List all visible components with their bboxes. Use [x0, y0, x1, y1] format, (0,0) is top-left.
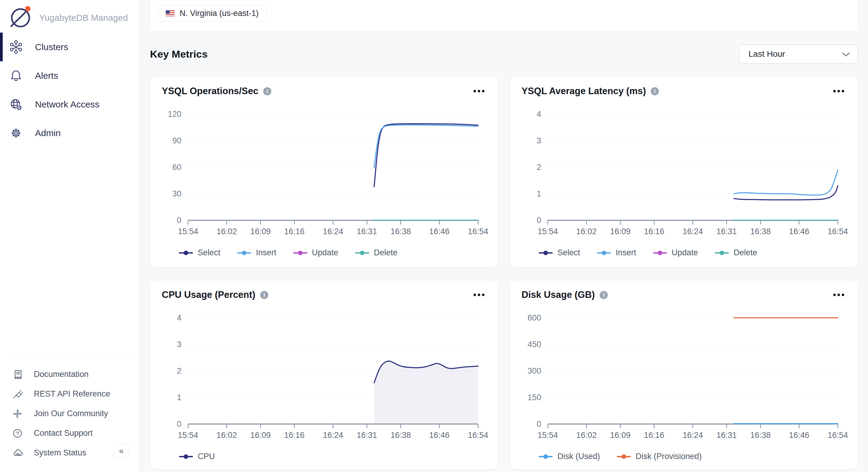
info-icon[interactable]: i	[600, 291, 608, 299]
sidebar-item-network-access[interactable]: Network Access	[0, 90, 138, 119]
card-menu-button[interactable]	[832, 291, 846, 299]
svg-text:16:16: 16:16	[644, 431, 664, 440]
region-chip-label: N. Virginia (us-east-1)	[180, 9, 259, 18]
legend-label: Disk (Used)	[557, 452, 600, 461]
time-range-value: Last Hour	[748, 49, 785, 59]
legend-marker-icon	[237, 250, 251, 256]
card-menu-button[interactable]	[832, 87, 846, 95]
help-circle-icon: ?	[12, 428, 23, 439]
svg-text:16:02: 16:02	[216, 431, 237, 440]
card-menu-button[interactable]	[473, 291, 487, 299]
svg-text:16:54: 16:54	[828, 431, 848, 440]
svg-text:600: 600	[528, 313, 541, 322]
legend-marker-icon	[715, 250, 729, 256]
region-panel: N. Virginia (us-east-1)	[150, 0, 858, 32]
sidebar-link-rest-api-reference[interactable]: REST API Reference	[0, 384, 138, 404]
svg-text:0: 0	[537, 216, 541, 225]
legend-item-select[interactable]: Select	[179, 248, 220, 257]
legend-item-disk-used-[interactable]: Disk (Used)	[539, 452, 600, 461]
svg-text:15:54: 15:54	[178, 227, 198, 236]
sidebar-spacer	[0, 147, 138, 354]
sidebar-item-label: Network Access	[35, 99, 99, 109]
chart-canvas[interactable]: 030609012015:5416:0216:0916:1616:2416:31…	[150, 101, 498, 246]
svg-text:16:16: 16:16	[644, 227, 664, 236]
legend-item-insert[interactable]: Insert	[597, 248, 636, 257]
card-title: YSQL Average Latency (ms)	[522, 86, 646, 97]
svg-text:2: 2	[537, 163, 541, 172]
sidebar-collapse-button[interactable]: «	[114, 444, 129, 458]
svg-text:16:24: 16:24	[323, 227, 343, 236]
svg-text:16:38: 16:38	[391, 227, 411, 236]
chart-legend: SelectInsertUpdateDelete	[539, 248, 858, 257]
slack-icon	[12, 408, 23, 419]
sidebar-link-contact-support[interactable]: ? Contact Support	[0, 423, 138, 443]
svg-text:16:09: 16:09	[250, 227, 271, 236]
main-content: N. Virginia (us-east-1) Key Metrics Last…	[139, 0, 868, 472]
legend-marker-icon	[293, 250, 307, 256]
legend-label: Insert	[256, 248, 276, 257]
time-range-select[interactable]: Last Hour	[739, 45, 858, 63]
card-title: YSQL Operations/Sec	[162, 86, 258, 97]
legend-label: Update	[312, 248, 338, 257]
card-ysql-latency: YSQL Average Latency (ms) i 0123415:5416…	[510, 76, 858, 268]
yugabytedb-logo-icon	[8, 5, 33, 30]
sidebar-item-label: Alerts	[35, 71, 58, 81]
legend-item-disk-provisioned-[interactable]: Disk (Provisioned)	[617, 452, 702, 461]
sidebar-link-join-our-community[interactable]: Join Our Community	[0, 404, 138, 423]
legend-marker-icon	[617, 454, 631, 459]
chart-legend: Disk (Used)Disk (Provisioned)	[539, 452, 858, 461]
legend-item-insert[interactable]: Insert	[237, 248, 276, 257]
svg-text:15:54: 15:54	[537, 431, 558, 440]
legend-item-delete[interactable]: Delete	[715, 248, 757, 257]
svg-text:16:38: 16:38	[750, 431, 771, 440]
region-chip[interactable]: N. Virginia (us-east-1)	[158, 5, 267, 22]
legend-marker-icon	[653, 250, 667, 256]
svg-text:16:38: 16:38	[750, 227, 771, 236]
legend-marker-icon	[179, 250, 193, 256]
legend-item-cpu[interactable]: CPU	[179, 452, 215, 461]
legend-item-delete[interactable]: Delete	[355, 248, 398, 257]
chart-canvas[interactable]: 0123415:5416:0216:0916:1616:2416:3116:38…	[510, 101, 858, 246]
card-title: CPU Usage (Percent)	[162, 289, 255, 300]
sidebar: YugabyteDB Managed Clusters	[0, 0, 139, 472]
legend-marker-icon	[355, 250, 369, 256]
svg-text:15:54: 15:54	[178, 431, 198, 440]
sidebar-item-clusters[interactable]: Clusters	[0, 33, 138, 61]
legend-item-update[interactable]: Update	[653, 248, 698, 257]
sidebar-item-label: Admin	[35, 128, 61, 138]
info-icon[interactable]: i	[651, 87, 659, 95]
svg-text:16:46: 16:46	[789, 431, 809, 440]
chart-canvas[interactable]: 0123415:5416:0216:0916:1616:2416:3116:38…	[150, 305, 498, 450]
info-icon[interactable]: i	[263, 87, 271, 95]
svg-text:16:24: 16:24	[683, 431, 703, 440]
legend-label: Insert	[616, 248, 636, 257]
sidebar-link-documentation[interactable]: Documentation	[0, 365, 138, 384]
legend-item-update[interactable]: Update	[293, 248, 338, 257]
sidebar-link-label: Documentation	[34, 370, 89, 379]
brand: YugabyteDB Managed	[0, 0, 138, 32]
series-line-select	[374, 124, 478, 187]
svg-text:16:16: 16:16	[284, 227, 305, 236]
svg-text:15:54: 15:54	[537, 227, 558, 236]
svg-text:16:46: 16:46	[789, 227, 809, 236]
sidebar-item-alerts[interactable]: Alerts	[0, 61, 138, 90]
main-nav: Clusters Alerts	[0, 33, 138, 147]
bell-icon	[9, 69, 23, 83]
card-menu-button[interactable]	[473, 87, 487, 95]
svg-text:16:09: 16:09	[610, 227, 630, 236]
chart-legend: SelectInsertUpdateDelete	[179, 248, 498, 257]
legend-marker-icon	[597, 250, 611, 256]
svg-text:16:54: 16:54	[468, 431, 488, 440]
svg-text:16:09: 16:09	[250, 431, 271, 440]
svg-text:16:02: 16:02	[216, 227, 237, 236]
app-root: YugabyteDB Managed Clusters	[0, 0, 868, 472]
svg-text:16:54: 16:54	[828, 227, 848, 236]
us-flag-icon	[166, 10, 175, 16]
sidebar-link-label: REST API Reference	[34, 389, 110, 399]
legend-item-select[interactable]: Select	[539, 248, 580, 257]
svg-text:16:24: 16:24	[323, 431, 343, 440]
chart-canvas[interactable]: 015030045060015:5416:0216:0916:1616:2416…	[510, 305, 858, 450]
svg-text:16:31: 16:31	[716, 227, 737, 236]
sidebar-item-admin[interactable]: Admin	[0, 119, 138, 147]
info-icon[interactable]: i	[260, 291, 268, 299]
